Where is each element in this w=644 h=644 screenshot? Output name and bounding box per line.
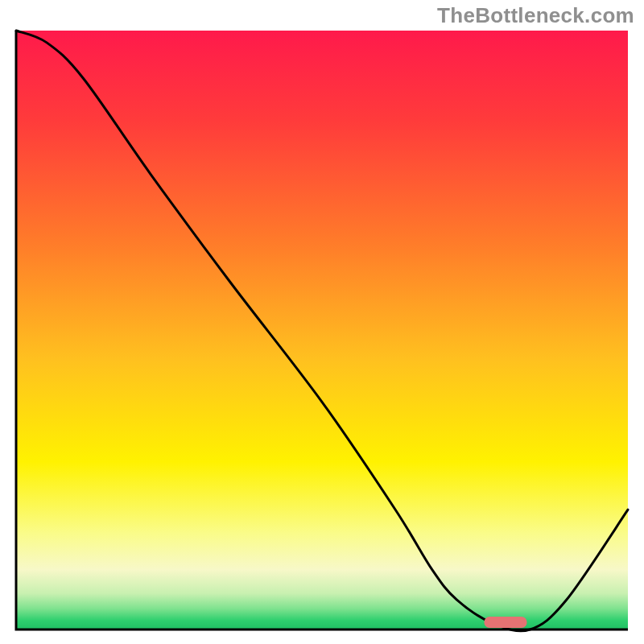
- optimum-marker: [484, 617, 526, 628]
- bottleneck-chart: [0, 0, 644, 644]
- watermark-text: TheBottleneck.com: [437, 3, 634, 28]
- chart-container: TheBottleneck.com: [0, 0, 644, 644]
- gradient-background: [16, 31, 628, 630]
